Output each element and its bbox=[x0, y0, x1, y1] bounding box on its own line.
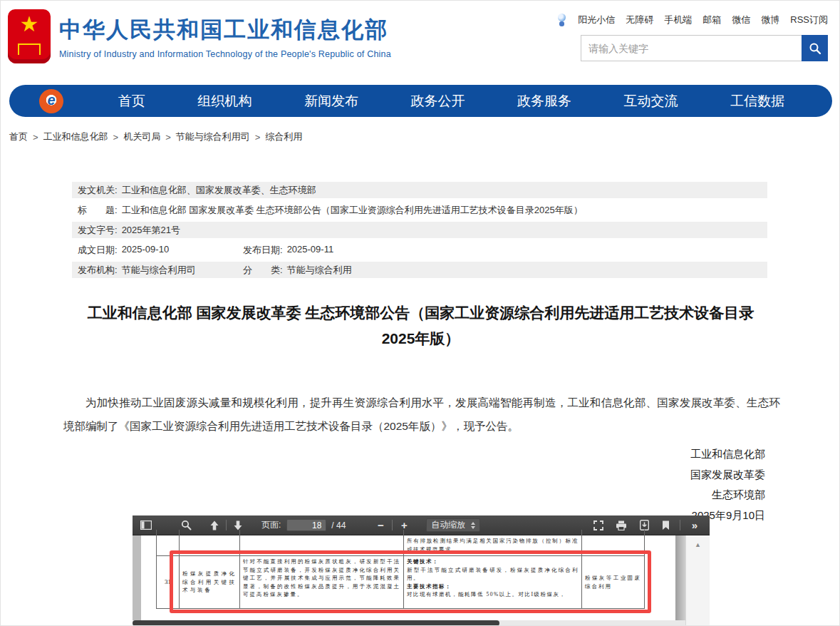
bookmark-icon bbox=[662, 520, 670, 530]
link-mail[interactable]: 邮箱 bbox=[702, 14, 721, 26]
nav-item-interaction[interactable]: 互动交流 bbox=[624, 92, 678, 111]
arrow-up-icon bbox=[209, 520, 219, 530]
find-icon bbox=[181, 520, 192, 530]
meta-label: 分 类: bbox=[243, 264, 283, 277]
article-signatures: 工业和信息化部 国家发展改革委 生态环境部 2025年9月10日 bbox=[690, 444, 765, 525]
tech-heading: 关键技术： bbox=[407, 558, 579, 566]
breadcrumb-home[interactable]: 首页 bbox=[9, 130, 28, 143]
sidebar-toggle-button[interactable] bbox=[138, 518, 154, 533]
download-icon bbox=[640, 520, 649, 530]
link-wechat[interactable]: 微信 bbox=[732, 14, 750, 26]
meta-value: 2025年第21号 bbox=[122, 224, 180, 237]
search-button[interactable] bbox=[802, 35, 828, 61]
pdf-content-area: 所有排放检测结果均满足相关国家污染物排放（控制）标准或技术规范要求。 31 粉煤… bbox=[133, 535, 710, 626]
meta-value: 2025-09-11 bbox=[287, 244, 334, 257]
document-meta-table: 发文机关: 工业和信息化部、国家发展改革委、生态环境部 标 题: 工业和信息化部… bbox=[72, 182, 767, 282]
meta-label: 发布日期: bbox=[243, 244, 283, 257]
sidebar-toggle-icon bbox=[140, 520, 152, 530]
bookmark-button[interactable] bbox=[658, 518, 673, 533]
site-logo-link[interactable]: ★ 中华人民共和国工业和信息化部 Ministry of Industry an… bbox=[8, 9, 391, 63]
breadcrumb: 首页 > 工业和信息化部 > 机关司局 > 节能与综合利用司 > 综合利用 bbox=[9, 130, 302, 143]
table-cell-description: 针对不能直接利用的粉煤灰原状粗灰，研发新型干法节能立式研磨装备，开发粉煤灰提质净… bbox=[239, 556, 403, 609]
meta-label: 标 题: bbox=[78, 204, 118, 217]
breadcrumb-separator: > bbox=[255, 132, 261, 143]
meta-row-issuing-org: 发文机关: 工业和信息化部、国家发展改革委、生态环境部 bbox=[72, 182, 767, 198]
pdf-horizontal-scrollbar[interactable] bbox=[133, 620, 685, 626]
pdf-viewer: 页面: / 44 − + 自动缩放 bbox=[133, 515, 710, 626]
table-cell-no: 31 bbox=[156, 556, 179, 609]
meta-value: 节能与综合利用司 bbox=[122, 264, 196, 277]
table-cell-requirements: 所有排放检测结果均满足相关国家污染物排放（控制）标准或技术规范要求。 bbox=[403, 530, 581, 556]
mascot-icon bbox=[556, 14, 567, 26]
main-nav: e 首页 组织机构 新闻发布 政务公开 政务服务 互动交流 工信数据 bbox=[9, 85, 832, 117]
signature-line: 国家发展改革委 bbox=[690, 465, 765, 486]
breadcrumb-energy-dept[interactable]: 节能与综合利用司 bbox=[176, 130, 250, 143]
site-header: ★ 中华人民共和国工业和信息化部 Ministry of Industry an… bbox=[1, 1, 839, 79]
breadcrumb-separator: > bbox=[113, 132, 119, 143]
meta-label: 发文字号: bbox=[78, 224, 118, 237]
meta-row-doc-no: 发文字号: 2025年第21号 bbox=[72, 222, 767, 238]
article-title: 工业和信息化部 国家发展改革委 生态环境部公告（国家工业资源综合利用先进适用工艺… bbox=[72, 300, 769, 352]
breadcrumb-miit[interactable]: 工业和信息化部 bbox=[43, 130, 108, 143]
meta-value: 2025-09-10 bbox=[122, 244, 170, 257]
quick-links: 阳光小信 无障碍 手机端 邮箱 微信 微博 RSS订阅 bbox=[556, 14, 828, 26]
pdf-vertical-scrollbar[interactable]: ▲ bbox=[685, 535, 710, 626]
meta-value: 节能与综合利用 bbox=[287, 264, 352, 277]
select-spinner-icon bbox=[471, 522, 475, 529]
search-input[interactable] bbox=[581, 35, 802, 61]
fullscreen-icon bbox=[593, 520, 603, 530]
scrollbar-thumb[interactable] bbox=[133, 620, 499, 626]
site-title: 中华人民共和国工业和信息化部 bbox=[59, 15, 391, 45]
table-row-31: 31 粉煤灰提质净化综合利用关键技术与装备 针对不能直接利用的粉煤灰原状粗灰，研… bbox=[156, 556, 645, 609]
meta-row-dates: 成文日期: 2025-09-10 发布日期: 2025-09-11 bbox=[72, 242, 767, 258]
meta-label: 成文日期: bbox=[78, 244, 118, 257]
scroll-up-arrow-icon[interactable]: ▲ bbox=[686, 541, 710, 548]
breadcrumb-separator: > bbox=[33, 132, 38, 143]
tech-line: 对比现有球磨机，能耗降低 50%以上。对比I级粉煤灰， bbox=[407, 590, 579, 599]
page-shadow bbox=[675, 535, 685, 620]
breadcrumb-current[interactable]: 综合利用 bbox=[265, 130, 302, 143]
arrow-down-icon bbox=[233, 520, 243, 530]
national-emblem-icon: ★ bbox=[8, 9, 51, 63]
table-row-partial: 所有排放检测结果均满足相关国家污染物排放（控制）标准或技术规范要求。 bbox=[156, 530, 645, 556]
table-cell-application: 粉煤灰等工业固废综合利用 bbox=[581, 556, 645, 609]
pdf-page: 所有排放检测结果均满足相关国家污染物排放（控制）标准或技术规范要求。 31 粉煤… bbox=[141, 535, 675, 620]
search-icon bbox=[809, 42, 821, 55]
site-subtitle: Ministry of Industry and Information Tec… bbox=[59, 49, 391, 59]
more-tools-button[interactable]: » bbox=[687, 518, 702, 533]
signature-line: 工业和信息化部 bbox=[690, 444, 765, 465]
miit-gear-logo-icon[interactable]: e bbox=[39, 89, 63, 113]
tech-line: 新型干法节能立式研磨装备研发，粉煤灰提质净化综合利用。 bbox=[407, 566, 579, 583]
meta-row-publisher: 发布机构: 节能与综合利用司 分 类: 节能与综合利用 bbox=[72, 262, 767, 278]
meta-label: 发文机关: bbox=[78, 184, 118, 197]
meta-row-title: 标 题: 工业和信息化部 国家发展改革委 生态环境部公告（国家工业资源综合利用先… bbox=[72, 202, 767, 218]
table-cell-name: 粉煤灰提质净化综合利用关键技术与装备 bbox=[179, 556, 239, 609]
breadcrumb-separator: > bbox=[165, 132, 171, 143]
link-sunshine-xiaoxin[interactable]: 阳光小信 bbox=[578, 14, 615, 26]
nav-item-organization[interactable]: 组织机构 bbox=[197, 92, 252, 111]
breadcrumb-departments[interactable]: 机关司局 bbox=[123, 130, 160, 143]
table-cell-technology: 关键技术： 新型干法节能立式研磨装备研发，粉煤灰提质净化综合利用。 主要技术指标… bbox=[403, 556, 581, 609]
link-accessibility[interactable]: 无障碍 bbox=[626, 14, 653, 26]
emblem-star: ★ bbox=[8, 14, 51, 35]
nav-item-home[interactable]: 首页 bbox=[118, 92, 145, 111]
nav-item-news[interactable]: 新闻发布 bbox=[304, 92, 358, 111]
emblem-gate bbox=[18, 43, 41, 55]
nav-item-gov-affairs[interactable]: 政务公开 bbox=[410, 92, 465, 111]
article-paragraph: 为加快推动工业固废源头减量和规模化利用，提升再生资源综合利用水平，发展高端智能再… bbox=[63, 391, 780, 438]
link-rss[interactable]: RSS订阅 bbox=[790, 14, 828, 26]
link-weibo[interactable]: 微博 bbox=[761, 14, 779, 26]
link-mobile[interactable]: 手机端 bbox=[664, 14, 692, 26]
printer-icon bbox=[616, 520, 627, 530]
page-total: / 44 bbox=[331, 520, 346, 530]
meta-label: 发布机构: bbox=[78, 264, 118, 277]
meta-value: 工业和信息化部、国家发展改革委、生态环境部 bbox=[122, 184, 316, 197]
search-bar bbox=[581, 35, 828, 61]
meta-value: 工业和信息化部 国家发展改革委 生态环境部公告（国家工业资源综合利用先进适用工艺… bbox=[122, 204, 583, 217]
signature-line: 生态环境部 bbox=[690, 485, 765, 506]
nav-item-miit-data[interactable]: 工信数据 bbox=[730, 92, 784, 111]
nav-item-gov-services[interactable]: 政务服务 bbox=[517, 92, 571, 111]
tech-heading: 主要技术指标： bbox=[407, 583, 579, 591]
